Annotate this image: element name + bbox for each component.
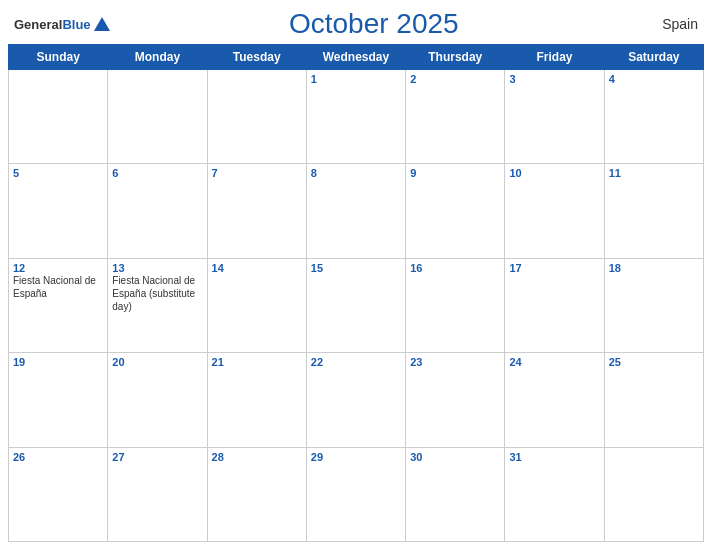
day-cell-8: 8 [306,164,405,258]
day-number: 14 [212,262,302,274]
day-number: 24 [509,356,599,368]
day-cell-19: 19 [9,353,108,447]
day-number: 9 [410,167,500,179]
day-number: 23 [410,356,500,368]
day-number: 13 [112,262,202,274]
week-row-1: 567891011 [9,164,704,258]
day-number: 28 [212,451,302,463]
day-cell-25: 25 [604,353,703,447]
day-number: 16 [410,262,500,274]
day-cell-6: 6 [108,164,207,258]
day-number: 2 [410,73,500,85]
day-cell-5: 5 [9,164,108,258]
day-cell-empty [108,70,207,164]
day-cell-18: 18 [604,258,703,352]
day-number: 10 [509,167,599,179]
event-label: Fiesta Nacional de España (substitute da… [112,275,195,312]
day-cell-12: 12Fiesta Nacional de España [9,258,108,352]
day-cell-22: 22 [306,353,405,447]
day-number: 8 [311,167,401,179]
logo-blue-text: Blue [62,17,90,32]
day-number: 7 [212,167,302,179]
day-number: 3 [509,73,599,85]
logo-general-text: General [14,17,62,32]
day-cell-14: 14 [207,258,306,352]
day-cell-28: 28 [207,447,306,541]
day-number: 29 [311,451,401,463]
day-cell-21: 21 [207,353,306,447]
day-cell-23: 23 [406,353,505,447]
event-label: Fiesta Nacional de España [13,275,96,299]
day-cell-26: 26 [9,447,108,541]
day-number: 25 [609,356,699,368]
day-number: 31 [509,451,599,463]
day-number: 5 [13,167,103,179]
day-number: 21 [212,356,302,368]
day-cell-10: 10 [505,164,604,258]
weekday-header-row: SundayMondayTuesdayWednesdayThursdayFrid… [9,45,704,70]
week-row-0: 1234 [9,70,704,164]
calendar-body: SundayMondayTuesdayWednesdayThursdayFrid… [0,44,712,550]
weekday-header-tuesday: Tuesday [207,45,306,70]
day-number: 6 [112,167,202,179]
day-number: 12 [13,262,103,274]
day-number: 22 [311,356,401,368]
day-number: 19 [13,356,103,368]
weekday-header-wednesday: Wednesday [306,45,405,70]
day-cell-16: 16 [406,258,505,352]
day-cell-30: 30 [406,447,505,541]
day-cell-20: 20 [108,353,207,447]
day-cell-4: 4 [604,70,703,164]
day-cell-7: 7 [207,164,306,258]
day-number: 17 [509,262,599,274]
calendar-title: October 2025 [110,8,638,40]
header: General Blue October 2025 Spain [0,0,712,44]
day-cell-empty [9,70,108,164]
day-cell-1: 1 [306,70,405,164]
calendar-table: SundayMondayTuesdayWednesdayThursdayFrid… [8,44,704,542]
weekday-header-saturday: Saturday [604,45,703,70]
day-number: 11 [609,167,699,179]
day-number: 27 [112,451,202,463]
day-cell-29: 29 [306,447,405,541]
day-number: 1 [311,73,401,85]
day-cell-empty [207,70,306,164]
weekday-header-friday: Friday [505,45,604,70]
day-cell-15: 15 [306,258,405,352]
week-row-2: 12Fiesta Nacional de España13Fiesta Naci… [9,258,704,352]
day-cell-11: 11 [604,164,703,258]
day-number: 26 [13,451,103,463]
day-cell-27: 27 [108,447,207,541]
logo-brand: General Blue [14,17,110,32]
day-cell-13: 13Fiesta Nacional de España (substitute … [108,258,207,352]
country-label: Spain [638,16,698,32]
day-number: 20 [112,356,202,368]
day-cell-17: 17 [505,258,604,352]
week-row-3: 19202122232425 [9,353,704,447]
day-cell-9: 9 [406,164,505,258]
calendar-page: General Blue October 2025 Spain SundayMo… [0,0,712,550]
weekday-header-thursday: Thursday [406,45,505,70]
weekday-header-sunday: Sunday [9,45,108,70]
week-row-4: 262728293031 [9,447,704,541]
day-cell-31: 31 [505,447,604,541]
day-number: 18 [609,262,699,274]
day-number: 15 [311,262,401,274]
day-number: 4 [609,73,699,85]
logo-triangle-icon [94,17,110,31]
weekday-header-monday: Monday [108,45,207,70]
day-cell-3: 3 [505,70,604,164]
logo: General Blue [14,17,110,32]
day-cell-2: 2 [406,70,505,164]
day-number: 30 [410,451,500,463]
day-cell-empty [604,447,703,541]
day-cell-24: 24 [505,353,604,447]
